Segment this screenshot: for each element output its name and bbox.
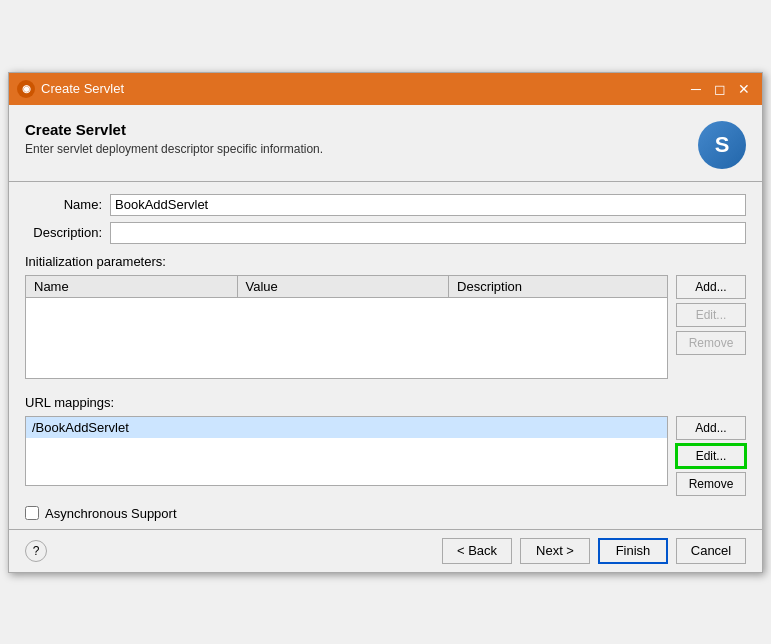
- window-title: Create Servlet: [41, 81, 124, 96]
- content-area: Create Servlet Enter servlet deployment …: [9, 105, 762, 529]
- create-servlet-window: ◉ Create Servlet ─ ◻ ✕ Create Servlet En…: [8, 72, 763, 573]
- init-add-button[interactable]: Add...: [676, 275, 746, 299]
- col-header-value: Value: [238, 276, 450, 297]
- async-label: Asynchronous Support: [45, 506, 177, 521]
- url-mappings-label: URL mappings:: [25, 395, 746, 410]
- init-params-buttons: Add... Edit... Remove: [676, 275, 746, 379]
- title-bar: ◉ Create Servlet ─ ◻ ✕: [9, 73, 762, 105]
- next-button[interactable]: Next >: [520, 538, 590, 564]
- help-button[interactable]: ?: [25, 540, 47, 562]
- table-body: [26, 298, 667, 378]
- description-input[interactable]: [110, 222, 746, 244]
- back-button[interactable]: < Back: [442, 538, 512, 564]
- name-input[interactable]: [110, 194, 746, 216]
- url-remove-button[interactable]: Remove: [676, 472, 746, 496]
- maximize-button[interactable]: ◻: [710, 79, 730, 99]
- close-button[interactable]: ✕: [734, 79, 754, 99]
- page-header: Create Servlet Enter servlet deployment …: [25, 121, 746, 169]
- url-mapping-buttons: Add... Edit... Remove: [676, 416, 746, 496]
- url-mappings-list[interactable]: /BookAddServlet: [25, 416, 668, 486]
- name-label: Name:: [25, 197, 110, 212]
- header-text: Create Servlet Enter servlet deployment …: [25, 121, 323, 156]
- minimize-button[interactable]: ─: [686, 79, 706, 99]
- separator: [9, 181, 762, 182]
- init-params-label: Initialization parameters:: [25, 254, 746, 269]
- async-row: Asynchronous Support: [25, 506, 746, 521]
- cancel-button[interactable]: Cancel: [676, 538, 746, 564]
- async-checkbox[interactable]: [25, 506, 39, 520]
- description-label: Description:: [25, 225, 110, 240]
- footer-right: < Back Next > Finish Cancel: [442, 538, 746, 564]
- list-item[interactable]: /BookAddServlet: [26, 417, 667, 438]
- table-header: Name Value Description: [26, 276, 667, 298]
- col-header-description: Description: [449, 276, 667, 297]
- footer: ? < Back Next > Finish Cancel: [9, 529, 762, 572]
- init-remove-button[interactable]: Remove: [676, 331, 746, 355]
- title-bar-left: ◉ Create Servlet: [17, 80, 124, 98]
- init-params-section: Name Value Description Add... Edit... Re…: [25, 275, 746, 379]
- col-header-name: Name: [26, 276, 238, 297]
- page-subtitle: Enter servlet deployment descriptor spec…: [25, 142, 323, 156]
- name-row: Name:: [25, 194, 746, 216]
- url-mappings-section: /BookAddServlet Add... Edit... Remove: [25, 416, 746, 496]
- title-controls: ─ ◻ ✕: [686, 79, 754, 99]
- init-params-table: Name Value Description: [25, 275, 668, 379]
- url-add-button[interactable]: Add...: [676, 416, 746, 440]
- url-edit-button[interactable]: Edit...: [676, 444, 746, 468]
- footer-left: ?: [25, 540, 47, 562]
- finish-button[interactable]: Finish: [598, 538, 668, 564]
- description-row: Description:: [25, 222, 746, 244]
- window-icon: ◉: [17, 80, 35, 98]
- servlet-logo: S: [698, 121, 746, 169]
- init-edit-button[interactable]: Edit...: [676, 303, 746, 327]
- page-title: Create Servlet: [25, 121, 323, 138]
